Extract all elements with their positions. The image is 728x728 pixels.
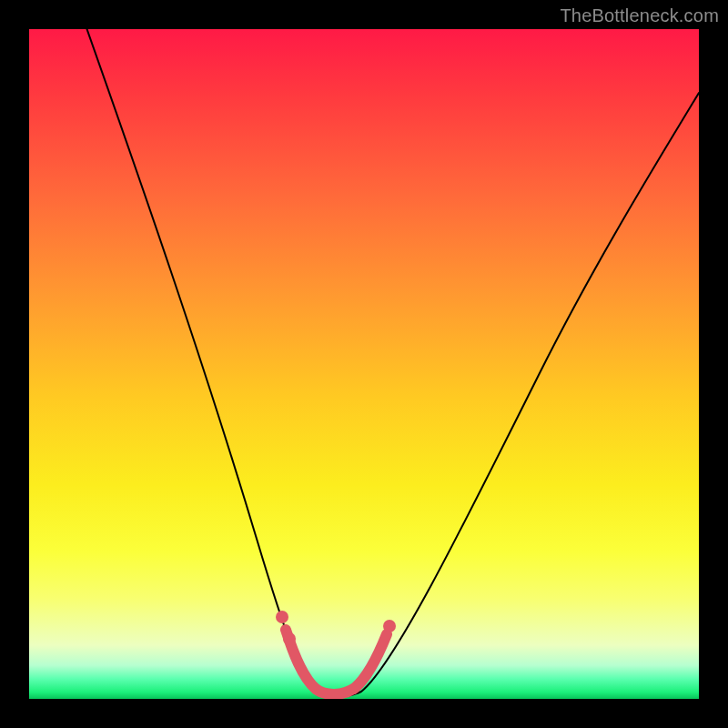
u-marker-dot — [276, 611, 288, 623]
chart-frame: TheBottleneck.com — [0, 0, 728, 728]
u-marker-dot — [383, 620, 396, 632]
u-marker-dot — [283, 632, 296, 645]
watermark-text: TheBottleneck.com — [560, 5, 719, 26]
bottleneck-curve-svg — [29, 29, 699, 699]
plot-area — [29, 29, 699, 699]
u-marker — [286, 630, 387, 694]
bottleneck-curve — [84, 29, 699, 697]
